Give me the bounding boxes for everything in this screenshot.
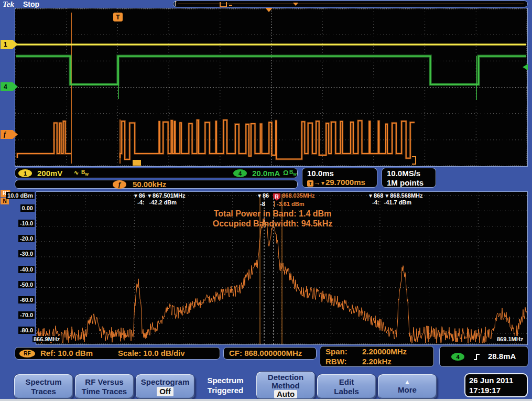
mode-label-line1: Spectrum — [196, 375, 255, 385]
rbw-label: RBW: — [325, 357, 347, 366]
f-scale: 50.00kHz — [133, 180, 166, 189]
marker-icon: ▼ — [257, 193, 262, 199]
ch4-badge-label: 4 — [238, 170, 242, 177]
marker-left-freq: 867.501MHz — [153, 192, 185, 199]
record-view-bar[interactable]: [ — [173, 1, 528, 7]
zoom-window-icon[interactable] — [220, 2, 227, 7]
marker-left-clipped-amp: -4: — [137, 199, 144, 205]
total-power-annotation: Total Power in Band: 1.4 dBm — [173, 209, 372, 219]
trigger-point-badge[interactable]: T — [113, 13, 123, 21]
rf-vs-time-line2: Time Traces — [82, 387, 127, 396]
horizontal-readout-box: 10.0ms T→▼29.7000ms — [302, 168, 377, 188]
span-label: Span: — [325, 347, 348, 356]
y-axis-tick: -70.0 — [18, 311, 35, 319]
f-badge-label: f — [118, 180, 121, 189]
rf-ref-level: Ref: 10.0 dBm — [40, 349, 93, 357]
marker-center-clipped-amp: -8 — [257, 201, 265, 207]
vertical-readout-box: 1 200mV ∿ BW 4 20.0mA Ω BW — [15, 168, 298, 178]
datetime-box: 26 Jun 2011 17:19:17 — [464, 373, 528, 397]
rf-scale-readout-box: RF Ref: 10.0 dBm Scale: 10.0 dB/div — [15, 347, 220, 360]
marker-center-freq: 868.035MHz — [282, 192, 314, 199]
occupied-bandwidth-annotation: Occupied Bandwidth: 94.5kHz — [173, 219, 372, 229]
date-label: 26 Jun 2011 — [465, 374, 527, 385]
y-axis-tick: 10.0 dBm — [6, 192, 35, 199]
record-line — [178, 4, 524, 4]
rf-versus-time-traces-button[interactable]: RF Versus Time Traces — [74, 374, 134, 399]
trigger-readout-box: 4 28.8mA — [439, 346, 528, 367]
marker-reference-readout: ▼86R868.035MHz -8 -3.61 dBm — [257, 192, 315, 208]
y-axis-tick: -60.0 — [18, 296, 35, 304]
record-tick — [229, 5, 232, 6]
rf-vs-time-line1: RF Versus — [85, 377, 123, 387]
span-rbw-box: Span: 2.20000MHz RBW: 2.20kHz — [320, 346, 434, 367]
ch4-readout-badge: 4 — [233, 169, 247, 177]
marker-icon: ▼ — [147, 193, 152, 199]
y-axis-tick: -30.0 — [18, 250, 35, 257]
spectrum-y-axis: 10.0 dBm0.00-10.0-20.0-30.0-40.0-50.0-60… — [0, 0, 35, 401]
more-button[interactable]: ▲ More — [377, 374, 437, 399]
marker-center-amp: -3.61 dBm — [274, 201, 305, 207]
edit-labels-line2: Labels — [334, 387, 359, 396]
stop-frequency-label: 869.1MHz — [496, 336, 524, 342]
detection-method-button[interactable]: Detection Method Auto — [256, 371, 316, 400]
record-bracket-icon: [ — [175, 0, 177, 6]
edit-labels-button[interactable]: Edit Labels — [317, 374, 376, 399]
y-axis-tick: -50.0 — [18, 281, 35, 288]
time-domain-graticule — [15, 8, 528, 167]
y-axis-tick: -40.0 — [18, 266, 35, 273]
marker-center-clipped-freq: 86 — [263, 192, 269, 199]
time-scale: 10.0ms — [307, 169, 334, 178]
marker-right-clipped-freq: 868 — [374, 192, 383, 199]
time-label: 17:19:17 — [465, 385, 527, 395]
marker-icon: ▼ — [133, 193, 138, 199]
edit-labels-line1: Edit — [339, 377, 354, 387]
reference-marker-icon: R — [273, 193, 280, 201]
record-length: 1M points — [387, 178, 424, 187]
detection-state: Auto — [274, 390, 297, 398]
marker-left-amp: -42.2 dBm — [149, 199, 177, 205]
ch1-bandwidth-icon: BW — [81, 169, 89, 176]
trigger-delay-icon: T — [307, 180, 313, 187]
time-domain-plot — [15, 8, 527, 166]
marker-icon: ▼ — [368, 193, 373, 199]
rbw-value: 2.20kHz — [362, 357, 392, 366]
ch4-bw-w: W — [293, 172, 297, 176]
trigger-position-icon[interactable] — [265, 8, 273, 12]
record-trigger-marker-icon[interactable] — [293, 3, 298, 6]
center-frequency-box: CF: 868.000000MHz — [223, 347, 317, 360]
trigger-source-badge: 4 — [451, 353, 464, 361]
marker-left-clipped-freq: 86 — [139, 192, 145, 199]
ch1-bw-w: W — [85, 172, 89, 176]
sample-rate: 10.0MS/s — [387, 169, 420, 178]
span-value: 2.20000MHz — [362, 347, 407, 356]
oscilloscope-screen: Tek Stop [ 1 4 f T 1 200mV ∿ BW 4 20.0mA… — [0, 0, 532, 401]
marker-left-readout: ▼86▼867.501MHz -4: -42.2 dBm — [133, 192, 185, 206]
detection-line2: Method — [272, 382, 299, 390]
ch4-bandwidth-icon: BW — [289, 169, 297, 176]
bottom-bezel — [0, 399, 532, 401]
spectrogram-state: Off — [157, 387, 173, 396]
more-arrow-icon: ▲ — [404, 378, 411, 385]
detection-line1: Detection — [268, 373, 303, 382]
f-readout-badge: f — [113, 180, 126, 189]
trigger-delay-readout: T→▼29.7000ms — [307, 178, 365, 187]
trigger-source-label: 4 — [456, 354, 459, 360]
ch4-scale: 20.0mA — [252, 169, 280, 178]
rf-scale: Scale: 10.0 dB/div — [118, 349, 185, 357]
y-axis-tick: -80.0 — [18, 327, 35, 334]
delay-value: 29.7000ms — [325, 178, 365, 187]
ch4-coupling-icon: Ω — [283, 169, 288, 177]
delay-triangle-icon: ▼ — [320, 180, 325, 186]
ch1-style-icon: ∿ — [74, 169, 79, 176]
top-status-bar: Tek Stop [ — [0, 0, 532, 8]
spectrogram-button[interactable]: Spectrogram Off — [135, 374, 195, 399]
marker-right-freq: 868.568MHz — [390, 192, 422, 199]
marker-right-amp: -41.7 dBm — [384, 199, 412, 205]
mode-label-line2: Triggered — [196, 385, 255, 395]
center-frequency: CF: 868.000000MHz — [229, 349, 302, 357]
trigger-level-value: 28.8mA — [488, 352, 516, 361]
start-frequency-label: 866.9MHz — [32, 336, 61, 342]
more-label: More — [398, 385, 417, 395]
trigger-level-icon[interactable] — [523, 64, 528, 70]
y-axis-tick: 0.00 — [20, 204, 35, 212]
